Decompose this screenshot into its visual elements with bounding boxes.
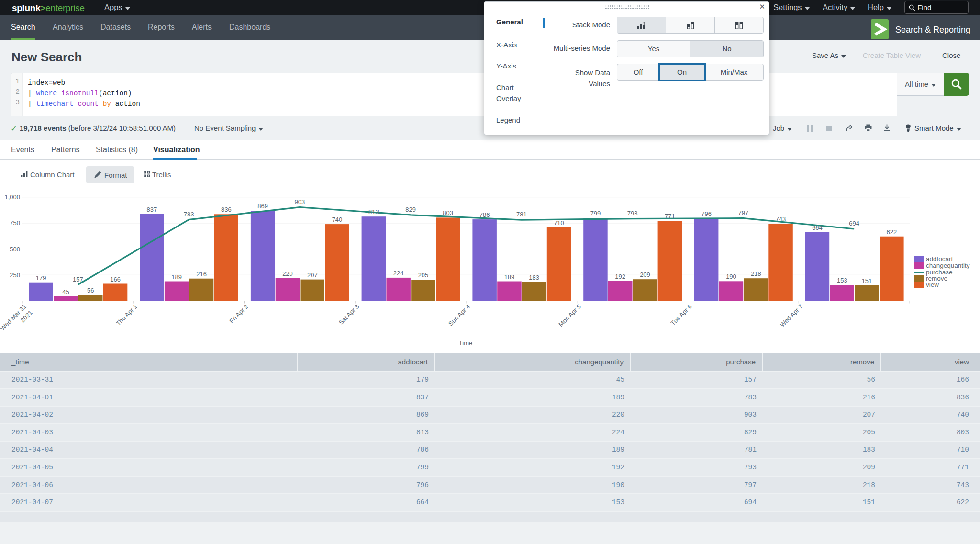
svg-text:189: 189	[171, 273, 182, 281]
svg-text:664: 664	[812, 224, 823, 231]
svg-text:622: 622	[886, 228, 897, 236]
svg-text:837: 837	[147, 206, 157, 213]
svg-text:903: 903	[295, 198, 305, 205]
svg-text:743: 743	[776, 215, 786, 223]
svg-text:224: 224	[393, 270, 404, 277]
svg-text:793: 793	[627, 210, 638, 217]
svg-text:218: 218	[751, 270, 761, 277]
svg-text:500: 500	[10, 246, 20, 253]
svg-text:781: 781	[516, 211, 527, 218]
svg-text:750: 750	[10, 219, 20, 227]
svg-text:190: 190	[726, 273, 736, 280]
svg-text:209: 209	[640, 271, 650, 278]
svg-text:56: 56	[87, 287, 94, 294]
svg-text:803: 803	[443, 209, 453, 216]
svg-text:179: 179	[36, 274, 46, 282]
svg-text:Wed Apr 7: Wed Apr 7	[779, 303, 804, 329]
svg-text:207: 207	[307, 272, 318, 279]
svg-text:192: 192	[615, 273, 625, 280]
svg-text:Fri Apr 2: Fri Apr 2	[228, 303, 249, 325]
svg-text:183: 183	[529, 274, 539, 281]
svg-text:216: 216	[196, 271, 207, 278]
svg-text:220: 220	[282, 270, 293, 277]
svg-text:771: 771	[665, 213, 675, 220]
svg-text:799: 799	[590, 210, 601, 217]
svg-text:Sat Apr 3: Sat Apr 3	[337, 303, 360, 326]
svg-text:157: 157	[73, 276, 83, 283]
svg-text:786: 786	[479, 211, 490, 218]
svg-text:45: 45	[62, 288, 69, 295]
svg-text:740: 740	[332, 216, 343, 223]
svg-text:250: 250	[10, 272, 20, 279]
svg-text:Thu Apr 1: Thu Apr 1	[114, 303, 138, 327]
svg-text:813: 813	[368, 208, 379, 215]
svg-text:796: 796	[701, 210, 712, 217]
svg-text:694: 694	[849, 220, 859, 227]
svg-text:Tue Apr 6: Tue Apr 6	[669, 303, 693, 327]
svg-text:829: 829	[405, 206, 416, 213]
svg-text:710: 710	[554, 219, 564, 227]
svg-text:Mon Apr 5: Mon Apr 5	[557, 303, 582, 329]
svg-text:189: 189	[504, 273, 515, 281]
svg-text:151: 151	[862, 277, 872, 284]
svg-text:153: 153	[837, 277, 847, 284]
svg-text:Sun Apr 4: Sun Apr 4	[447, 303, 471, 328]
svg-text:797: 797	[738, 209, 749, 216]
svg-text:205: 205	[418, 272, 429, 279]
svg-text:1,000: 1,000	[4, 193, 20, 201]
svg-text:836: 836	[221, 206, 232, 213]
svg-text:Time: Time	[459, 340, 472, 347]
svg-text:783: 783	[184, 211, 194, 218]
svg-text:166: 166	[110, 276, 121, 283]
svg-text:869: 869	[257, 203, 268, 210]
